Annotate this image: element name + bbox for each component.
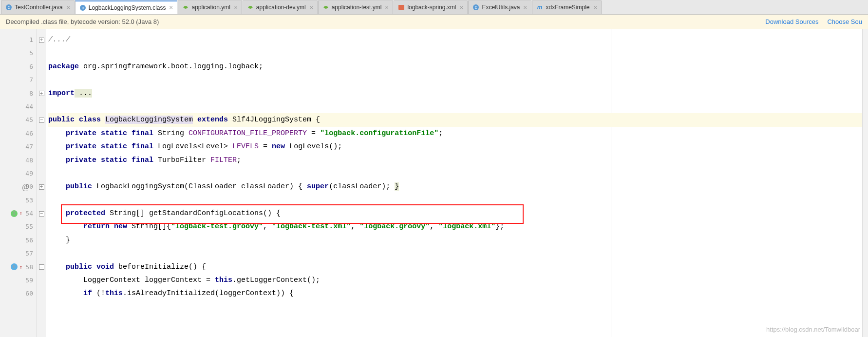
svg-text:c: c: [475, 5, 477, 10]
tab-logback-logging-system[interactable]: c LogbackLoggingSystem.class ✕: [75, 0, 178, 14]
line-number: 48: [0, 154, 33, 167]
line-number: 47: [0, 140, 33, 153]
xml-file-icon: [398, 4, 405, 11]
spring-leaf-icon: [182, 4, 189, 11]
folded-comment: /.../: [48, 36, 70, 44]
line-number: 44: [0, 100, 33, 113]
close-icon[interactable]: ✕: [66, 5, 70, 10]
line-number-gutter[interactable]: 1 5 6 7 8 44 45 46 47 48 49 50@ 53 54I↑ …: [0, 29, 37, 337]
tab-application-yml[interactable]: application.yml ✕: [178, 0, 242, 14]
override-method-icon[interactable]: O↑: [11, 263, 18, 270]
notification-message: Decompiled .class file, bytecode version…: [6, 18, 159, 25]
line-number: 55: [0, 220, 33, 233]
spring-leaf-icon: [247, 4, 254, 11]
download-sources-link[interactable]: Download Sources: [765, 18, 818, 25]
line-number: 8: [0, 87, 33, 100]
error-stripe[interactable]: [862, 29, 868, 337]
choose-sources-link[interactable]: Choose Sou: [827, 18, 862, 25]
decompile-notification-bar: Decompiled .class file, bytecode version…: [0, 15, 868, 29]
tab-application-dev-yml[interactable]: application-dev.yml ✕: [243, 0, 318, 14]
svg-text:m: m: [537, 4, 543, 11]
tab-label: xdxFrameSimple: [546, 4, 589, 11]
fold-expand-icon[interactable]: +: [39, 184, 44, 190]
line-number: 49: [0, 167, 33, 180]
java-class-icon: c: [79, 4, 86, 11]
line-number: 45: [0, 113, 33, 126]
code-content[interactable]: /.../ package org.springframework.boot.l…: [46, 29, 862, 337]
close-icon[interactable]: ✕: [523, 5, 527, 10]
line-number: 60: [0, 287, 33, 300]
watermark-text: https://blog.csdn.net/Tomwildboar: [766, 326, 860, 333]
line-number: 53: [0, 194, 33, 207]
tab-label: logback-spring.xml: [407, 4, 456, 11]
tab-label: application-test.yml: [332, 4, 382, 11]
svg-text:c: c: [8, 5, 10, 10]
line-number: 59: [0, 274, 33, 287]
fold-collapse-icon[interactable]: −: [39, 211, 44, 217]
line-number: 56: [0, 234, 33, 247]
tab-label: TestController.java: [15, 4, 63, 11]
tab-testcontroller[interactable]: c TestController.java ✕: [1, 0, 75, 14]
close-icon[interactable]: ✕: [234, 5, 238, 10]
line-number: 54I↑: [0, 207, 33, 220]
fold-collapse-icon[interactable]: −: [39, 264, 44, 270]
fold-gutter[interactable]: + + − + − −: [37, 29, 46, 337]
class-name: LogbackLoggingSystem: [105, 116, 193, 124]
line-number: 50@: [0, 180, 33, 193]
fold-expand-icon[interactable]: +: [39, 91, 44, 96]
java-class-icon: c: [472, 4, 479, 11]
svg-text:c: c: [81, 5, 84, 10]
line-number: 7: [0, 73, 33, 86]
line-number: 46: [0, 127, 33, 140]
line-number: 57: [0, 247, 33, 260]
svg-rect-4: [398, 5, 404, 10]
tab-logback-spring-xml[interactable]: logback-spring.xml ✕: [394, 0, 468, 14]
implement-method-icon[interactable]: I↑: [11, 210, 18, 217]
close-icon[interactable]: ✕: [169, 5, 173, 10]
override-icon: @: [22, 180, 29, 193]
java-class-icon: c: [5, 4, 12, 11]
tab-label: LogbackLoggingSystem.class: [89, 4, 166, 11]
tab-application-test-yml[interactable]: application-test.yml ✕: [318, 0, 394, 14]
module-icon: m: [536, 4, 543, 11]
line-number: 6: [0, 60, 33, 73]
fold-collapse-icon[interactable]: −: [39, 118, 44, 123]
line-number: 5: [0, 46, 33, 59]
tab-label: application-dev.yml: [256, 4, 306, 11]
line-number: 58O↑: [0, 260, 33, 274]
tab-label: application.yml: [191, 4, 230, 11]
close-icon[interactable]: ✕: [309, 5, 313, 10]
line-number: 1: [0, 33, 33, 46]
tab-label: ExcelUtils.java: [482, 4, 520, 11]
code-editor: 1 5 6 7 8 44 45 46 47 48 49 50@ 53 54I↑ …: [0, 29, 868, 337]
fold-expand-icon[interactable]: +: [39, 38, 44, 43]
editor-tabs-bar: c TestController.java ✕ c LogbackLogging…: [0, 0, 868, 15]
tab-excelutils-java[interactable]: c ExcelUtils.java ✕: [468, 0, 531, 14]
spring-leaf-icon: [322, 4, 329, 11]
tab-xdxframesimple[interactable]: m xdxFrameSimple ✕: [532, 0, 601, 14]
close-icon[interactable]: ✕: [593, 5, 597, 10]
close-icon[interactable]: ✕: [459, 5, 463, 10]
close-icon[interactable]: ✕: [385, 5, 389, 10]
